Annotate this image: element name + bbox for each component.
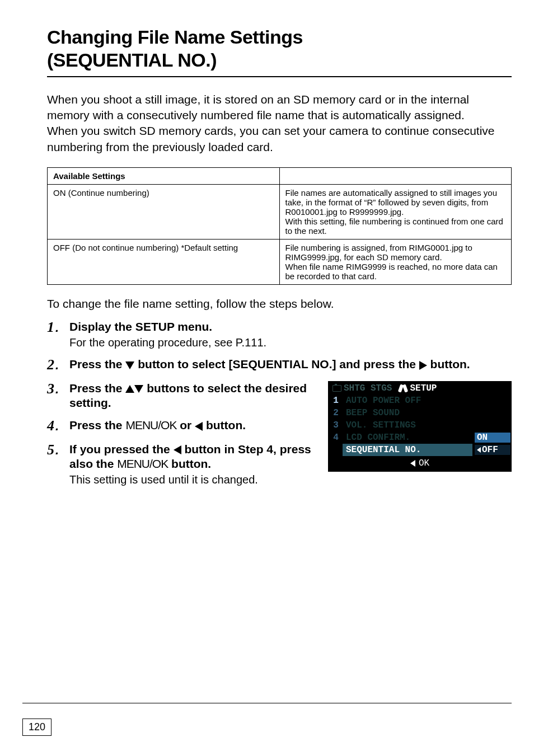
page-number: 120: [22, 719, 51, 736]
triangle-left-small-icon: [477, 447, 481, 453]
table-header-empty: [279, 167, 512, 184]
triangle-right-icon: [419, 361, 427, 370]
step-number: 3.: [47, 381, 69, 411]
setup-tools-icon: [399, 384, 407, 393]
steps-list: 1. Display the SETUP menu. For the opera…: [47, 320, 512, 373]
lcd-row-num: 1: [329, 395, 343, 407]
lcd-body: 1 AUTO POWER OFF 2 BEEP SOUND 3 VOL. SET…: [329, 395, 510, 456]
camera-icon: [332, 385, 341, 392]
step-2-head: Press the button to select [SEQUENTIAL N…: [69, 357, 512, 372]
table-row: ON (Continue numbering) File names are a…: [48, 184, 512, 239]
footer-rule: [22, 703, 512, 703]
step-3-head: Press the buttons to select the desired …: [69, 381, 312, 411]
lcd-row-label: AUTO POWER OFF: [343, 395, 510, 407]
step-3: 3. Press the buttons to select the desir…: [47, 381, 312, 411]
triangle-left-white-icon: [410, 460, 415, 467]
lcd-row-label-selected: SEQUENTIAL NO.: [343, 444, 472, 456]
title-line-1: Changing File Name Settings: [47, 26, 303, 48]
setting-name: ON (Continue numbering): [48, 184, 280, 239]
step-1-head: Display the SETUP menu.: [69, 320, 512, 334]
title-rule: [47, 76, 512, 77]
step-number: 2.: [47, 357, 69, 373]
page-title: Changing File Name Settings (SEQUENTIAL …: [47, 26, 512, 72]
step-5: 5. If you pressed the button in Step 4, …: [47, 442, 312, 487]
step-1: 1. Display the SETUP menu. For the opera…: [47, 320, 512, 349]
step-4-head: Press the MENU/OK or button.: [69, 418, 312, 433]
lcd-row: 4 LCD CONFIRM. ON: [329, 431, 510, 444]
triangle-left-icon: [195, 422, 203, 431]
lcd-row-num: [329, 449, 343, 451]
menu-ok-label: MENU/OK: [125, 419, 176, 431]
setting-name: OFF (Do not continue numbering) *Default…: [48, 239, 280, 284]
settings-table: Available Settings ON (Continue numberin…: [47, 167, 512, 285]
lcd-tab-setup: SETUP: [395, 382, 440, 395]
sub-intro: To change the file name setting, follow …: [47, 297, 512, 311]
lcd-row-label: BEEP SOUND: [343, 407, 510, 419]
lcd-footer: OK: [329, 456, 510, 471]
step-4: 4. Press the MENU/OK or button.: [47, 418, 312, 434]
step-5-note: This setting is used until it is changed…: [69, 473, 312, 486]
lcd-row-num: 3: [329, 419, 343, 431]
lcd-row-label: LCD CONFIRM.: [343, 431, 472, 444]
table-header-cell: Available Settings: [48, 167, 280, 184]
step-2: 2. Press the button to select [SEQUENTIA…: [47, 357, 512, 373]
menu-ok-label: MENU/OK: [117, 457, 168, 470]
step-number: 5.: [47, 442, 69, 487]
camera-lcd-screenshot: SHTG STGS SETUP 1 AUTO POWER OFF 2 BEEP …: [328, 381, 512, 472]
lcd-row-label: VOL. SETTINGS: [343, 419, 510, 431]
setting-desc: File names are automatically assigned to…: [279, 184, 512, 239]
lcd-tab-bar: SHTG STGS SETUP: [329, 382, 510, 395]
setting-desc: File numbering is assigned, from RIMG000…: [279, 239, 512, 284]
lcd-tab-shtg: SHTG STGS: [329, 382, 395, 395]
triangle-down-icon: [134, 385, 143, 393]
step-number: 1.: [47, 320, 69, 349]
triangle-down-icon: [125, 361, 134, 369]
lcd-value-off: OFF: [475, 445, 510, 455]
table-row: OFF (Do not continue numbering) *Default…: [48, 239, 512, 284]
lcd-row-num: 2: [329, 407, 343, 419]
intro-paragraph: When you shoot a still image, it is stor…: [47, 92, 512, 155]
title-line-2: (SEQUENTIAL NO.): [47, 49, 217, 71]
step-1-note: For the operating procedure, see P.111.: [69, 336, 512, 349]
lcd-row-selected: SEQUENTIAL NO. OFF: [329, 444, 510, 456]
lcd-row-num: 4: [329, 431, 343, 444]
lcd-row: 3 VOL. SETTINGS: [329, 419, 510, 431]
table-header-row: Available Settings: [48, 167, 512, 184]
lcd-ok-label: OK: [419, 458, 429, 468]
step-number: 4.: [47, 418, 69, 434]
lcd-value-on: ON: [475, 433, 510, 443]
lcd-row: 2 BEEP SOUND: [329, 407, 510, 419]
steps-list-cont: 3. Press the buttons to select the desir…: [47, 381, 312, 487]
triangle-up-icon: [125, 385, 134, 393]
lcd-row: 1 AUTO POWER OFF: [329, 395, 510, 407]
triangle-left-icon: [174, 445, 181, 454]
step-5-head: If you pressed the button in Step 4, pre…: [69, 442, 312, 472]
